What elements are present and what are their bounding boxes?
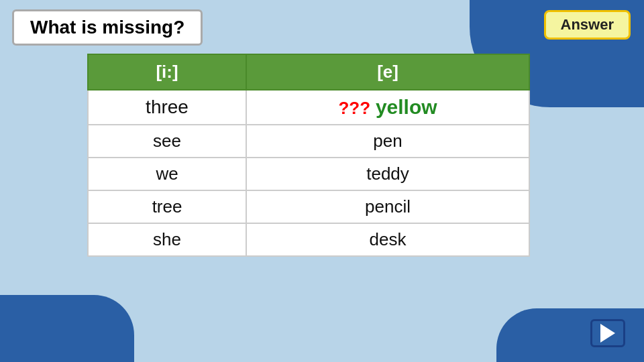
cell-pen: pen [246,125,529,158]
cell-see: see [88,125,246,158]
table-row: see pen [88,125,529,158]
cell-yellow-word: yellow [376,96,437,118]
table-row: she desk [88,223,529,256]
cell-desk: desk [246,223,529,256]
header-ii: [i:] [88,54,246,90]
next-button[interactable] [590,319,625,347]
cell-question-yellow: ??? yellow [246,90,529,125]
cell-three: three [88,90,246,125]
table-header-row: [i:] [e] [88,54,529,90]
table-row: we teddy [88,158,529,190]
page-title: What is missing? [12,9,203,46]
cell-tree: tree [88,190,246,223]
cell-we: we [88,158,246,190]
bg-decoration-bottom-left [0,295,134,362]
cell-she: she [88,223,246,256]
answer-button[interactable]: Answer [544,10,631,40]
table-row: tree pencil [88,190,529,223]
header-e: [e] [246,54,529,90]
cell-teddy: teddy [246,158,529,190]
question-marks: ??? [338,98,370,118]
cell-pencil: pencil [246,190,529,223]
table-row: three ??? yellow [88,90,529,125]
vocabulary-table: [i:] [e] three ??? yellow see pen we ted… [87,54,530,257]
next-arrow-icon [600,324,615,343]
